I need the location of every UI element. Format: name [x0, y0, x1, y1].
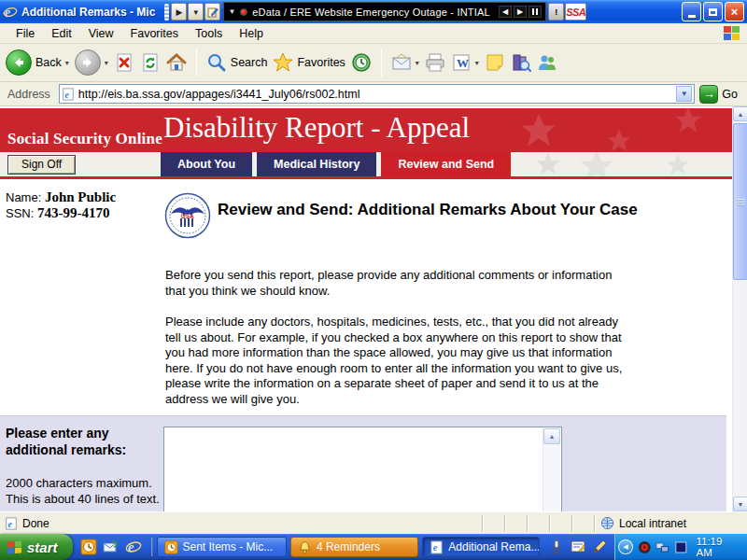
microphone-icon[interactable]	[549, 539, 564, 554]
address-bar: Address e http://eis.ba.ssa.gov/appages/…	[0, 82, 747, 106]
edit-with-word-button[interactable]: W ▾	[451, 52, 479, 73]
svg-text:W: W	[457, 56, 469, 70]
remarks-textarea[interactable]: ▲	[163, 427, 562, 511]
outlook-clock-icon[interactable]	[80, 539, 97, 555]
address-dropdown-icon[interactable]: ▼	[676, 86, 692, 102]
scrollbar-thumb[interactable]	[733, 123, 747, 280]
site-banner: Social Security Online Disability Report…	[0, 108, 732, 152]
name-value: John Public	[45, 189, 116, 204]
back-dropdown-icon[interactable]: ▾	[65, 59, 69, 67]
menu-view[interactable]: View	[80, 25, 122, 42]
forward-dropdown-icon[interactable]: ▾	[105, 59, 108, 67]
notes-icon[interactable]	[204, 3, 220, 21]
resize-grip	[734, 515, 747, 532]
dropdown-button[interactable]: ▾	[188, 3, 204, 21]
forward-button[interactable]: ▾	[75, 49, 108, 76]
tray-clock[interactable]: 11:19 AM	[692, 536, 740, 558]
favorites-button[interactable]: Favorites	[273, 52, 345, 73]
svg-text:e: e	[5, 6, 10, 20]
intro-paragraph: Before you send this report, please prov…	[165, 268, 613, 299]
tab-review-and-send[interactable]: Review and Send	[381, 152, 511, 176]
tab-about-you[interactable]: About You	[161, 152, 252, 176]
page-ie-icon: e	[62, 88, 75, 101]
ie-quicklaunch-icon[interactable]: e	[125, 539, 142, 555]
star-decoration	[665, 152, 691, 176]
menu-file[interactable]: File	[7, 25, 43, 42]
back-button[interactable]: Back ▾	[6, 49, 69, 76]
ssa-logo-button[interactable]: SSA	[565, 3, 586, 21]
task-reminders[interactable]: 4 Reminders	[290, 537, 418, 557]
go-arrow-icon: →	[699, 85, 718, 104]
search-button[interactable]: Search	[206, 52, 268, 73]
status-cell	[571, 515, 594, 532]
task-sent-items[interactable]: Sent Items - Mic...	[157, 537, 287, 557]
textarea-scrollbar[interactable]: ▲	[543, 428, 560, 511]
mail-button[interactable]: ▾	[391, 52, 419, 73]
address-input[interactable]: e http://eis.ba.ssa.gov/appages/i3441_Ju…	[59, 84, 695, 104]
restore-button[interactable]	[703, 2, 723, 21]
network-icon[interactable]	[655, 540, 669, 554]
browser-window: e Additional Remarks - Mic ▶ ▾ ▼ eData /…	[0, 0, 747, 560]
scrollbar-down-button[interactable]: ▼	[733, 497, 747, 511]
status-text: Done	[22, 517, 49, 530]
favorites-star-icon	[273, 52, 293, 73]
tab-row: Sign Off About You Medical History Revie…	[0, 152, 732, 176]
scrollbar-up-button[interactable]: ▲	[733, 106, 747, 121]
marquee-pause-button[interactable]	[529, 6, 542, 18]
intranet-zone-icon	[600, 516, 614, 530]
toolbar-drag-handle[interactable]	[164, 4, 169, 21]
windows-logo-icon	[724, 26, 740, 40]
task-additional-remarks[interactable]: e Additional Rema...	[422, 537, 540, 557]
page-viewport: Social Security Online Disability Report…	[0, 106, 747, 511]
start-button[interactable]: start	[0, 534, 73, 560]
menu-edit[interactable]: Edit	[43, 25, 80, 42]
star-decoration	[534, 152, 562, 176]
record-tray-icon[interactable]	[638, 540, 652, 554]
home-icon[interactable]	[166, 52, 187, 73]
go-button[interactable]: → Go	[699, 85, 743, 104]
status-cell	[549, 515, 571, 532]
search-icon	[206, 52, 227, 73]
word-dropdown-icon[interactable]: ▾	[475, 59, 479, 67]
close-button[interactable]: ×	[725, 2, 744, 21]
research-icon[interactable]	[511, 52, 531, 73]
marquee-text: eData / ERE Website Emergency Outage - I…	[252, 7, 490, 18]
app-square-icon[interactable]	[674, 540, 688, 554]
pen-icon[interactable]	[592, 539, 607, 554]
page-scrollbar[interactable]: ▲ ▼	[732, 106, 747, 511]
ie-icon: e	[3, 5, 18, 20]
tray-chevron-icon[interactable]: ◀	[618, 539, 633, 554]
messenger-icon[interactable]	[537, 52, 557, 73]
refresh-icon[interactable]	[140, 52, 161, 73]
mail-dropdown-icon[interactable]: ▾	[416, 59, 419, 67]
warning-icon[interactable]: !	[548, 3, 564, 21]
print-icon[interactable]	[425, 52, 445, 73]
address-url[interactable]: http://eis.ba.ssa.gov/appages/i3441_July…	[78, 88, 672, 101]
forward-icon	[75, 49, 101, 76]
menu-favorites[interactable]: Favorites	[122, 25, 187, 42]
sign-off-button[interactable]: Sign Off	[7, 155, 76, 175]
remarks-label: Please enter any additional remarks:	[6, 425, 157, 458]
svg-text:e: e	[433, 542, 438, 553]
menu-tools[interactable]: Tools	[187, 25, 231, 42]
scroll-up-icon[interactable]: ▲	[543, 428, 560, 444]
marquee-next-button[interactable]: ▶	[514, 6, 527, 18]
outlook-express-icon[interactable]	[103, 539, 120, 555]
record-icon[interactable]	[240, 8, 247, 16]
tab-medical-history[interactable]: Medical History	[257, 152, 376, 176]
minimize-button[interactable]	[682, 2, 701, 21]
marquee-dropdown-icon[interactable]: ▼	[228, 7, 235, 16]
history-icon[interactable]	[351, 52, 372, 73]
menu-help[interactable]: Help	[231, 25, 272, 42]
text-services-icon[interactable]	[571, 539, 585, 554]
status-bar: e Done Local intranet	[0, 511, 747, 534]
word-icon: W	[451, 52, 472, 73]
note-icon[interactable]	[485, 52, 505, 73]
star-decoration	[518, 110, 559, 151]
outlook-clock-icon	[164, 540, 178, 554]
title-bar: e Additional Remarks - Mic ▶ ▾ ▼ eData /…	[0, 0, 747, 23]
stop-icon[interactable]	[114, 52, 134, 73]
marquee-prev-button[interactable]: ◀	[499, 6, 512, 18]
language-bar	[542, 534, 614, 560]
play-button[interactable]: ▶	[171, 3, 187, 21]
